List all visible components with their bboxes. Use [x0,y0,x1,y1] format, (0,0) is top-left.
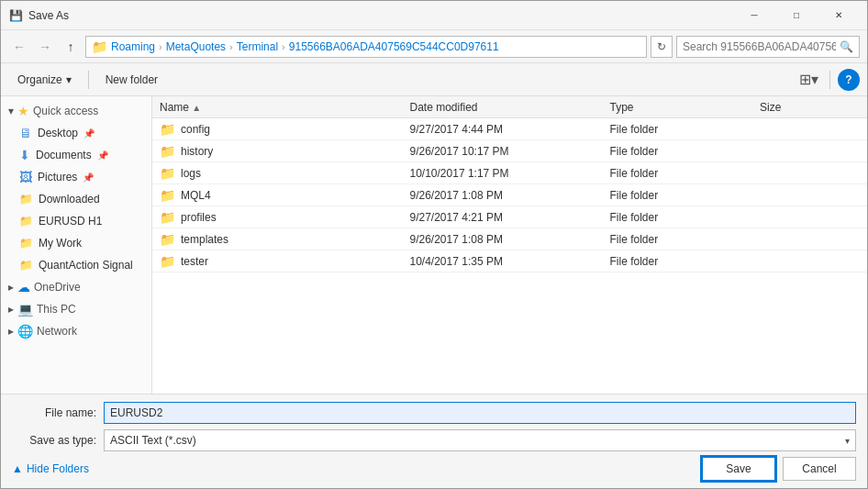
pictures-icon: 🖼 [19,170,32,184]
organize-arrow: ▾ [66,73,72,86]
bottom-actions-row: ▲ Hide Folders Save Cancel [12,457,856,481]
save-button[interactable]: Save [702,457,775,481]
mywork-folder-icon: 📁 [19,237,33,250]
file-name-cell: 📁 logs [160,166,410,181]
sidebar-item-quantaction[interactable]: 📁 QuantAction Signal [1,254,151,276]
filename-input[interactable] [104,402,856,424]
file-date-cell: 9/27/2017 4:21 PM [410,211,610,224]
file-type-cell: File folder [610,189,761,202]
toolbar-separator2 [829,71,830,89]
file-name-text: history [181,145,213,158]
main-content: ▾ ★ Quick access 🖥 Desktop 📌 ⬇ Documents… [1,96,867,394]
folder-icon: 📁 [160,166,175,181]
thispc-arrow: ▸ [8,303,14,316]
table-row[interactable]: 📁 history 9/26/2017 10:17 PM File folder [152,140,867,162]
network-header[interactable]: ▸ 🌐 Network [1,320,151,342]
file-date-cell: 10/4/2017 1:35 PM [410,255,610,268]
sidebar-desktop-label: Desktop [38,127,78,139]
sidebar-item-desktop[interactable]: 🖥 Desktop 📌 [1,122,151,144]
help-button[interactable]: ? [838,69,860,91]
table-row[interactable]: 📁 tester 10/4/2017 1:35 PM File folder [152,250,867,272]
table-row[interactable]: 📁 templates 9/26/2017 1:08 PM File folde… [152,228,867,250]
file-name-cell: 📁 templates [160,232,410,247]
new-folder-button[interactable]: New folder [96,68,167,92]
cancel-button[interactable]: Cancel [783,457,856,481]
network-label: Network [37,325,77,338]
file-name-cell: 📁 history [160,144,410,159]
thispc-label: This PC [37,303,76,316]
table-row[interactable]: 📁 config 9/27/2017 4:44 PM File folder [152,118,867,140]
file-name-cell: 📁 MQL4 [160,188,410,203]
sidebar-item-documents[interactable]: ⬇ Documents 📌 [1,144,151,166]
view-button[interactable]: ⊞▾ [796,68,822,92]
sidebar-item-mywork[interactable]: 📁 My Work [1,232,151,254]
table-row[interactable]: 📁 logs 10/10/2017 1:17 PM File folder [152,162,867,184]
organize-button[interactable]: Organize ▾ [8,68,81,92]
file-date-cell: 9/27/2017 4:44 PM [410,123,610,136]
quick-access-header[interactable]: ▾ ★ Quick access [1,100,151,122]
toolbar: Organize ▾ New folder ⊞▾ ? [1,63,867,96]
refresh-button[interactable]: ↻ [651,36,673,58]
sidebar-item-pictures[interactable]: 🖼 Pictures 📌 [1,166,151,188]
network-icon: 🌐 [17,324,33,339]
up-button[interactable]: ↑ [60,36,82,58]
maximize-button[interactable]: □ [775,1,818,30]
file-list: Name ▲ Date modified Type Size 📁 config [152,96,867,394]
file-date-cell: 10/10/2017 1:17 PM [410,167,610,180]
dialog-buttons: Save Cancel [702,457,856,481]
onedrive-header[interactable]: ▸ ☁ OneDrive [1,276,151,298]
address-bar: ← → ↑ 📁 Roaming › MetaQuotes › Terminal … [1,30,867,63]
quick-access-label: Quick access [33,105,98,117]
toolbar-separator [88,71,89,89]
search-icon: 🔍 [840,40,853,53]
file-name-cell: 📁 profiles [160,210,410,225]
savetype-select[interactable]: ASCII Text (*.csv) ▾ [104,429,856,451]
bottom-bar: File name: Save as type: ASCII Text (*.c… [1,394,867,488]
file-name-text: MQL4 [181,189,211,202]
path-terminal[interactable]: Terminal [237,40,278,53]
col-type-header[interactable]: Type [610,101,761,114]
hide-folders-label: Hide Folders [27,462,89,475]
savetype-value: ASCII Text (*.csv) [110,434,196,447]
file-type-cell: File folder [610,167,761,180]
sidebar-mywork-label: My Work [39,237,82,250]
col-size-header[interactable]: Size [760,101,860,114]
close-button[interactable]: ✕ [818,1,860,30]
file-name-text: tester [181,255,208,268]
table-row[interactable]: 📁 MQL4 9/26/2017 1:08 PM File folder [152,184,867,206]
minimize-button[interactable]: ─ [733,1,775,30]
sidebar: ▾ ★ Quick access 🖥 Desktop 📌 ⬇ Documents… [1,96,152,394]
file-rows-container: 📁 config 9/27/2017 4:44 PM File folder 📁… [152,118,867,272]
title-icon: 💾 [8,8,23,23]
savetype-arrow-icon: ▾ [845,436,850,446]
path-guid[interactable]: 915566BA06ADA407569C544CC0D97611 [289,40,499,53]
onedrive-arrow: ▸ [8,281,14,294]
col-date-header[interactable]: Date modified [410,101,610,114]
search-box[interactable]: 🔍 [676,36,860,58]
col-name-header[interactable]: Name ▲ [160,101,410,114]
sidebar-downloaded-label: Downloaded [39,193,100,206]
folder-icon: 📁 [160,254,175,269]
thispc-icon: 💻 [17,302,33,317]
path-metaquotes[interactable]: MetaQuotes [166,40,226,53]
back-button[interactable]: ← [8,36,30,58]
new-folder-label: New folder [106,73,158,86]
hide-folders-toggle[interactable]: ▲ Hide Folders [12,459,89,479]
sidebar-quantaction-label: QuantAction Signal [39,259,133,272]
sort-arrow: ▲ [192,103,201,113]
sidebar-item-eurusd[interactable]: 📁 EURUSD H1 [1,210,151,232]
forward-button[interactable]: → [34,36,56,58]
quantaction-folder-icon: 📁 [19,259,33,272]
path-roaming[interactable]: Roaming [111,40,155,53]
address-path[interactable]: 📁 Roaming › MetaQuotes › Terminal › 9155… [85,36,647,58]
thispc-header[interactable]: ▸ 💻 This PC [1,298,151,320]
table-row[interactable]: 📁 profiles 9/27/2017 4:21 PM File folder [152,206,867,228]
file-type-cell: File folder [610,233,761,246]
file-date-cell: 9/26/2017 10:17 PM [410,145,610,158]
search-input[interactable] [683,40,836,53]
documents-icon: ⬇ [19,148,30,162]
sidebar-pictures-label: Pictures [38,171,77,183]
savetype-row: Save as type: ASCII Text (*.csv) ▾ [12,429,856,451]
sidebar-item-downloaded[interactable]: 📁 Downloaded [1,188,151,210]
downloaded-folder-icon: 📁 [19,193,33,206]
